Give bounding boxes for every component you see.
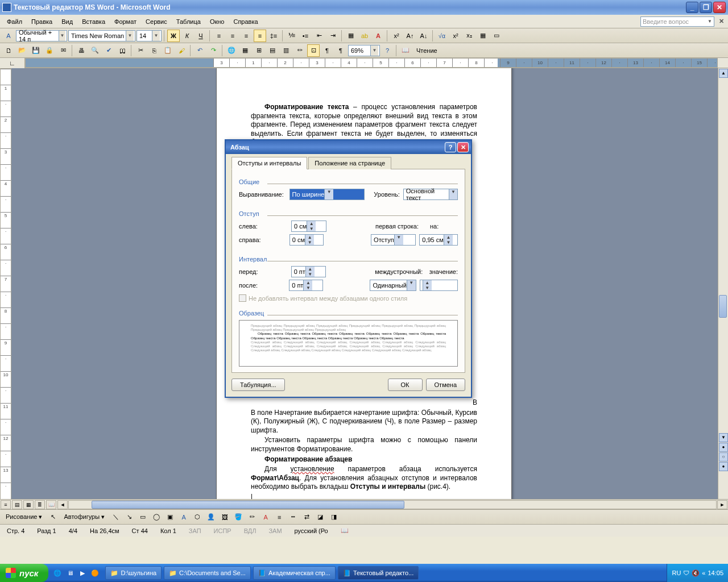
reading-view-button[interactable]: 📖 bbox=[46, 500, 56, 509]
align-right-button[interactable]: ≡ bbox=[240, 30, 253, 42]
arrow-button[interactable]: ↘ bbox=[123, 511, 135, 523]
help-button[interactable]: ? bbox=[381, 44, 394, 57]
status-trk[interactable]: ИСПР bbox=[212, 527, 234, 534]
line-spacing-at-spinner[interactable]: ▲▼ bbox=[420, 280, 458, 291]
rectangle-button[interactable]: ▭ bbox=[136, 511, 149, 523]
tab-selector[interactable]: ∟ bbox=[0, 58, 25, 68]
scroll-up-button[interactable]: ▲ bbox=[719, 69, 728, 78]
horizontal-ruler[interactable]: ∟ 3·1·2·3·4·5·6·7·8·9·10·11·12·13·14·15·… bbox=[0, 58, 728, 68]
indent-right-spinner[interactable]: 0 см▲▼ bbox=[289, 234, 324, 246]
tray-time[interactable]: 14:05 bbox=[708, 569, 723, 576]
task-folder-2[interactable]: 📁C:\Documents and Se... bbox=[164, 566, 251, 580]
close-button[interactable]: ✕ bbox=[713, 2, 726, 13]
status-ext[interactable]: ВДЛ bbox=[242, 527, 259, 534]
bold-button[interactable]: Ж bbox=[167, 30, 180, 42]
normal-view-button[interactable]: ≡ bbox=[1, 500, 11, 509]
select-objects-button[interactable]: ↖ bbox=[47, 511, 59, 523]
insert-table-button[interactable]: ⊞ bbox=[253, 44, 265, 57]
research-button[interactable]: 🕮 bbox=[116, 44, 129, 57]
tray-icon[interactable]: « bbox=[702, 569, 705, 576]
permissions-button[interactable]: 🔒 bbox=[43, 44, 56, 57]
underline-button[interactable]: Ч bbox=[195, 30, 207, 42]
columns-button[interactable]: ▥ bbox=[280, 44, 292, 57]
prev-page-button[interactable]: ● bbox=[719, 443, 728, 452]
oval-button[interactable]: ◯ bbox=[150, 511, 163, 523]
vertical-ruler[interactable]: 1·2·3·4·5·6·7·8·9·10·11·12·13· bbox=[0, 68, 11, 506]
space-before-spinner[interactable]: 0 пт▲▼ bbox=[291, 266, 326, 277]
ql-ie-icon[interactable]: 🌐 bbox=[52, 567, 63, 579]
wordart-button[interactable]: A bbox=[177, 511, 190, 523]
tab-indents[interactable]: Отступы и интервалы bbox=[231, 157, 307, 169]
picture-button[interactable]: 🖼 bbox=[218, 511, 231, 523]
arrow-style-button[interactable]: ⇄ bbox=[300, 511, 313, 523]
reading-icon[interactable]: 📖 bbox=[399, 44, 412, 57]
menu-window[interactable]: Окно bbox=[205, 17, 229, 26]
align-center-button[interactable]: ≡ bbox=[226, 30, 239, 42]
print-view-button[interactable]: ▦ bbox=[23, 500, 34, 509]
tray-icon[interactable]: 🔇 bbox=[692, 569, 700, 577]
open-button[interactable]: 📂 bbox=[16, 44, 28, 57]
tab-page-position[interactable]: Положение на странице bbox=[308, 157, 391, 169]
hscroll-thumb[interactable] bbox=[92, 501, 404, 509]
tabs-button[interactable]: Табуляция... bbox=[231, 379, 285, 391]
next-page-button[interactable]: ● bbox=[719, 462, 728, 471]
spelling-button[interactable]: ✔ bbox=[102, 44, 115, 57]
start-button[interactable]: пуск bbox=[0, 564, 48, 582]
menu-format[interactable]: Формат bbox=[110, 17, 141, 26]
cancel-button[interactable]: Отмена bbox=[426, 379, 465, 391]
tray-lang[interactable]: RU bbox=[672, 569, 681, 576]
menu-tools[interactable]: Сервис bbox=[141, 17, 172, 26]
menu-file[interactable]: Файл bbox=[2, 17, 27, 26]
ql-desktop-icon[interactable]: 🖥 bbox=[64, 567, 76, 579]
new-button[interactable]: 🗋 bbox=[2, 44, 15, 57]
minimize-button[interactable]: _ bbox=[686, 2, 698, 13]
email-button[interactable]: ✉ bbox=[57, 44, 69, 57]
cut-button[interactable]: ✂ bbox=[134, 44, 147, 57]
task-folder-1[interactable]: 📁D:\шульгина bbox=[105, 566, 162, 580]
3d-button[interactable]: ◨ bbox=[328, 511, 340, 523]
space-after-spinner[interactable]: 0 пт▲▼ bbox=[289, 280, 323, 291]
scroll-down-button[interactable]: ▼ bbox=[719, 433, 728, 442]
bullets-button[interactable]: •≡ bbox=[299, 30, 312, 42]
vertical-scrollbar[interactable]: ▲ ▼ ● ○ ● bbox=[718, 68, 728, 506]
task-word-1[interactable]: 📘Академическая спр... bbox=[253, 566, 336, 580]
first-line-by-spinner[interactable]: 0,95 см▲▼ bbox=[419, 234, 458, 246]
menu-table[interactable]: Таблица bbox=[172, 17, 205, 26]
line-style-button[interactable]: ≡ bbox=[273, 511, 286, 523]
excel-button[interactable]: ▤ bbox=[266, 44, 279, 57]
outline-view-button[interactable]: ≣ bbox=[35, 500, 45, 509]
decrease-indent-button[interactable]: ⇤ bbox=[313, 30, 325, 42]
indent-left-spinner[interactable]: 0 см▲▼ bbox=[291, 221, 326, 232]
web-view-button[interactable]: ▤ bbox=[12, 500, 22, 509]
first-line-combo[interactable]: Отступ▼ bbox=[371, 234, 416, 246]
textbox-button[interactable]: ▣ bbox=[164, 511, 176, 523]
status-lang[interactable]: русский (Ро bbox=[292, 527, 330, 534]
zoom-combo[interactable]: 69%▼ bbox=[348, 45, 380, 56]
menu-help[interactable]: Справка bbox=[229, 17, 262, 26]
drawing-menu[interactable]: Рисование ▾ bbox=[2, 512, 46, 522]
status-ovr[interactable]: ЗАМ bbox=[266, 527, 284, 534]
italic-button[interactable]: К bbox=[181, 30, 193, 42]
style-combo[interactable]: Обычный + 14 п▼ bbox=[16, 30, 67, 41]
paste-button[interactable]: 📋 bbox=[162, 44, 174, 57]
tray-icon[interactable]: 🛡 bbox=[683, 569, 689, 576]
show-hide-button[interactable]: ¶ bbox=[334, 44, 347, 57]
diagram-button[interactable]: ⬡ bbox=[191, 511, 204, 523]
superscript-button[interactable]: x² bbox=[390, 30, 403, 42]
tables-borders-button[interactable]: ▦ bbox=[239, 44, 251, 57]
increase-indent-button[interactable]: ⇥ bbox=[326, 30, 339, 42]
line-spacing-button[interactable]: ‡≡ bbox=[267, 30, 280, 42]
line-color-button[interactable]: ✏ bbox=[246, 511, 258, 523]
redo-button[interactable]: ↷ bbox=[207, 44, 220, 57]
print-preview-button[interactable]: 🔍 bbox=[89, 44, 101, 57]
alignment-combo[interactable]: По ширине▼ bbox=[289, 189, 365, 200]
format-painter-button[interactable]: 🖌 bbox=[175, 44, 188, 57]
task-word-2[interactable]: 📘Текстовый редакто... bbox=[338, 566, 419, 580]
highlight-button[interactable]: ab bbox=[358, 30, 371, 42]
horizontal-scrollbar[interactable]: ≡ ▤ ▦ ≣ 📖 ◄ ► bbox=[0, 499, 728, 509]
close-doc-button[interactable]: ✕ bbox=[717, 17, 726, 26]
line-button[interactable]: ＼ bbox=[109, 511, 122, 523]
hscroll-left-button[interactable]: ◄ bbox=[57, 500, 68, 509]
fill-color-button[interactable]: 🪣 bbox=[232, 511, 245, 523]
level-combo[interactable]: Основной текст▼ bbox=[403, 189, 458, 200]
